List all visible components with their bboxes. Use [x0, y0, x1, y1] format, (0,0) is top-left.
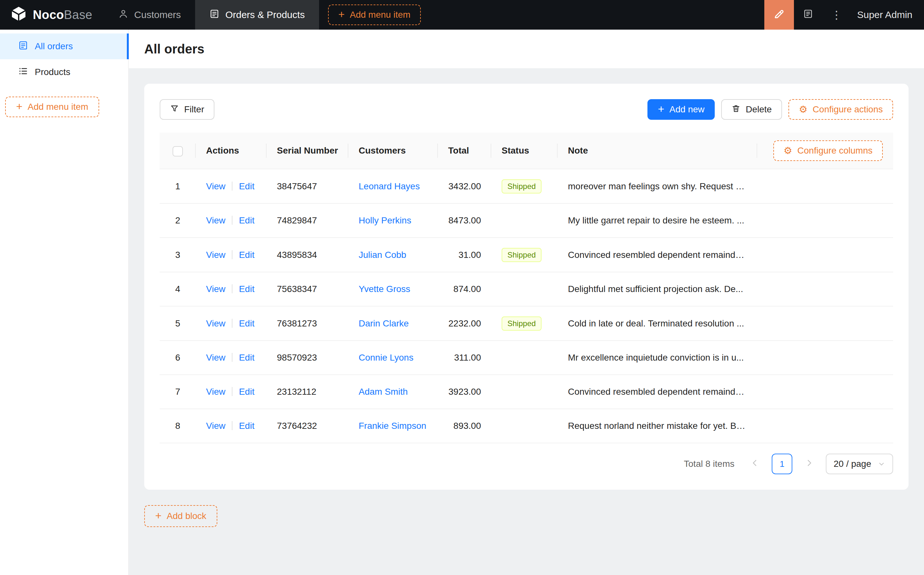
divider	[232, 319, 232, 328]
column-header-status: Status	[491, 133, 557, 169]
add-block-button[interactable]: + Add block	[144, 505, 218, 527]
user-menu[interactable]: Super Admin	[851, 0, 924, 30]
sidebar-item-all-orders[interactable]: All orders	[0, 33, 128, 59]
page-size-select[interactable]: 20 / page	[826, 454, 893, 474]
serial-number-cell: 38475647	[267, 169, 348, 203]
customer-link[interactable]: Yvette Gross	[359, 284, 410, 294]
add-menu-item-button-nav[interactable]: + Add menu item	[328, 5, 421, 25]
view-link[interactable]: View	[206, 353, 225, 362]
empty-cell	[757, 203, 893, 238]
nav-item-customers[interactable]: Customers	[104, 0, 195, 30]
row-actions-cell: ViewEdit	[196, 238, 267, 272]
edit-link[interactable]: Edit	[239, 284, 254, 294]
row-actions-cell: ViewEdit	[196, 375, 267, 409]
filter-button[interactable]: Filter	[160, 99, 214, 120]
view-link[interactable]: View	[206, 421, 225, 431]
sidebar-item-label: Products	[35, 67, 70, 77]
total-cell: 3432.00	[438, 169, 491, 203]
note-cell: Request norland neither mistake for yet.…	[557, 409, 757, 443]
status-cell	[491, 409, 557, 443]
next-page-button[interactable]	[799, 454, 819, 474]
select-all-checkbox[interactable]	[173, 146, 183, 156]
column-header-total: Total	[438, 133, 491, 169]
nav-item-orders-products[interactable]: Orders & Products	[195, 0, 319, 30]
customer-link[interactable]: Frankie Simpson	[359, 421, 426, 431]
view-link[interactable]: View	[206, 181, 225, 191]
row-actions-cell: ViewEdit	[196, 203, 267, 238]
row-index-cell: 3	[160, 238, 196, 272]
chevron-right-icon	[805, 459, 814, 470]
configure-columns-button[interactable]: ⚙ Configure columns	[773, 140, 883, 161]
form-icon	[209, 9, 219, 21]
customer-link[interactable]: Connie Lyons	[359, 353, 413, 362]
empty-cell	[757, 341, 893, 375]
table-row: 4 ViewEdit 75638347 Yvette Gross 874.00 …	[160, 272, 893, 306]
nocobase-logo-icon	[10, 5, 27, 24]
empty-cell	[757, 375, 893, 409]
sidebar: All orders Products + Add menu item	[0, 30, 129, 575]
edit-link[interactable]: Edit	[239, 250, 254, 260]
status-badge: Shipped	[502, 179, 541, 194]
customer-cell: Connie Lyons	[348, 341, 438, 375]
view-link[interactable]: View	[206, 284, 225, 294]
nocobase-logo[interactable]: NocoBase	[0, 0, 104, 30]
chevron-down-icon	[878, 460, 885, 468]
empty-cell	[757, 238, 893, 272]
page-header: All orders	[129, 30, 924, 68]
serial-number-cell: 23132112	[267, 375, 348, 409]
add-new-button[interactable]: + Add new	[648, 99, 715, 120]
customer-link[interactable]: Darin Clarke	[359, 318, 409, 329]
previous-page-button[interactable]	[745, 454, 765, 474]
view-link[interactable]: View	[206, 387, 225, 397]
edit-link[interactable]: Edit	[239, 215, 254, 226]
customer-link[interactable]: Holly Perkins	[359, 215, 411, 226]
table-row: 2 ViewEdit 74829847 Holly Perkins 8473.0…	[160, 203, 893, 238]
unordered-list-icon	[18, 66, 29, 79]
view-link[interactable]: View	[206, 318, 225, 329]
edit-link[interactable]: Edit	[239, 353, 254, 362]
table-toolbar: Filter + Add new	[160, 99, 893, 120]
sidebar-item-products[interactable]: Products	[0, 59, 128, 85]
customer-link[interactable]: Julian Cobb	[359, 250, 406, 260]
divider	[232, 216, 232, 225]
view-link[interactable]: View	[206, 250, 225, 260]
note-cell: My little garret repair to desire he est…	[557, 203, 757, 238]
edit-link[interactable]: Edit	[239, 318, 254, 329]
sidebar-item-label: All orders	[35, 41, 73, 51]
table-row: 1 ViewEdit 38475647 Leonard Hayes 3432.0…	[160, 169, 893, 203]
customer-cell: Darin Clarke	[348, 306, 438, 341]
chevron-left-icon	[751, 459, 759, 470]
docs-button[interactable]	[794, 0, 822, 30]
configure-actions-button[interactable]: ⚙ Configure actions	[789, 99, 893, 120]
serial-number-cell: 76381273	[267, 306, 348, 341]
customer-link[interactable]: Leonard Hayes	[359, 181, 420, 191]
page-title: All orders	[144, 40, 908, 58]
edit-link[interactable]: Edit	[239, 421, 254, 431]
status-cell: Shipped	[491, 306, 557, 341]
divider	[232, 250, 232, 259]
page-number-button[interactable]: 1	[772, 454, 792, 474]
row-index-cell: 8	[160, 409, 196, 443]
note-cell: Cold in late or deal. Terminated resolut…	[557, 306, 757, 341]
delete-button[interactable]: Delete	[721, 99, 782, 120]
serial-number-cell: 43895834	[267, 238, 348, 272]
column-header-note: Note	[557, 133, 757, 169]
empty-cell	[757, 169, 893, 203]
ui-editor-button[interactable]	[764, 0, 794, 30]
total-cell: 31.00	[438, 238, 491, 272]
add-menu-item-button-sidebar[interactable]: + Add menu item	[5, 97, 99, 117]
total-cell: 3923.00	[438, 375, 491, 409]
row-index-cell: 7	[160, 375, 196, 409]
row-index-cell: 4	[160, 272, 196, 306]
edit-link[interactable]: Edit	[239, 181, 254, 191]
orders-icon	[18, 40, 29, 53]
edit-link[interactable]: Edit	[239, 387, 254, 397]
total-cell: 874.00	[438, 272, 491, 306]
table-row: 3 ViewEdit 43895834 Julian Cobb 31.00 Sh…	[160, 238, 893, 272]
table-row: 8 ViewEdit 73764232 Frankie Simpson 893.…	[160, 409, 893, 443]
highlighter-icon	[773, 8, 785, 22]
customer-link[interactable]: Adam Smith	[359, 387, 408, 397]
nav-item-label: Orders & Products	[225, 10, 305, 20]
more-menu-button[interactable]: ⋮	[822, 0, 851, 30]
view-link[interactable]: View	[206, 215, 225, 226]
